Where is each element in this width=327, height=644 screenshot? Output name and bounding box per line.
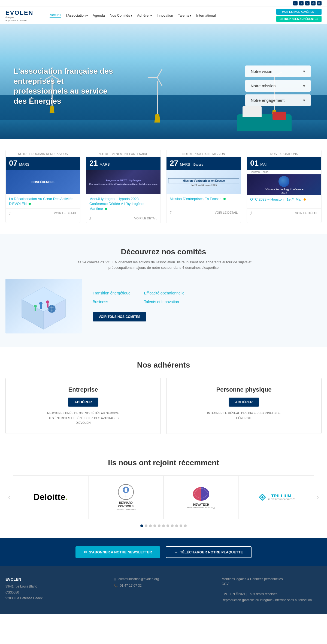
dot-5[interactable] (162, 524, 165, 527)
event-4-image: Offshore Technology Conference 2023 (247, 174, 321, 195)
logo-hevatech: HEVATECH Heat Valorization Technology (164, 475, 239, 519)
twitter-icon[interactable]: 𝕏 (299, 1, 304, 5)
dot-8[interactable] (175, 524, 178, 527)
turbine-base-2 (154, 114, 160, 123)
comites-link-3[interactable]: Talents et Innovation (144, 300, 184, 304)
btn-voir-comites[interactable]: VOIR TOUS NOS COMITÉS (93, 312, 146, 321)
comites-description: Les 24 comités d'EVOLEN orientent les ac… (68, 260, 259, 271)
event-1-date: 07 MARS (6, 157, 80, 170)
offshore-title-text: Offshore Technology Conference 2023 (265, 188, 304, 194)
btn-adherer-entreprise[interactable]: ADHÉRER (68, 398, 98, 407)
nav-innovation[interactable]: Innovation (157, 13, 173, 17)
logo-trillium: TRILLIUM FLOW TECHNOLOGIES™ (239, 475, 314, 519)
btn-newsletter[interactable]: ✉ S'ABONNER A NOTRE NEWSLETTER (75, 546, 160, 558)
event-3-status-dot (223, 198, 226, 200)
bernard-controls-logo: BERNARDCONTROLS Invest In Confidence (116, 484, 136, 511)
chevron-down-icon: ▾ (303, 83, 305, 88)
isometric-svg (5, 279, 82, 333)
carousel-dots (5, 524, 322, 527)
event-4-footer: ⤴ VOIR LE DÉTAIL (247, 208, 321, 217)
comites-link-2[interactable]: Business (93, 300, 133, 304)
instagram-icon[interactable]: ◎ (311, 1, 316, 5)
share-icon-2[interactable]: ⤴ (89, 216, 91, 220)
event-2-footer: ⤴ VOIR LE DÉTAIL (86, 214, 161, 223)
hevatech-svg (192, 486, 211, 502)
rejoint-heading: Ils nous ont rejoint récemment (5, 458, 322, 467)
ship (237, 114, 292, 131)
carousel-next-btn[interactable]: › (314, 494, 322, 501)
event-1-image: CONFÉRENCES (6, 170, 80, 194)
logo[interactable]: EVOLEN Énergies Aujourd'hui & Demain (5, 9, 33, 22)
dot-4[interactable] (158, 524, 161, 527)
comites-heading: Découvrez nos comités (5, 248, 322, 256)
adherents-section: Nos adhérents Entreprise ADHÉRER REJOIGN… (0, 347, 327, 448)
comites-link-0[interactable]: Transition énergétique (93, 291, 133, 295)
footer-link-legal[interactable]: Mentions légales & Données personnelles (222, 577, 322, 581)
nav-adherer[interactable]: Adhérer (137, 13, 152, 17)
comites-link-1[interactable]: Efficacité opérationnelle (144, 291, 184, 295)
logo-text: EVOLEN (5, 9, 33, 16)
chevron-down-icon: ▾ (303, 98, 305, 103)
share-icon-4[interactable]: ⤴ (250, 211, 252, 215)
hero-cards: Notre vision ▾ Notre mission ▾ Notre eng… (245, 65, 311, 106)
nav-comites[interactable]: Nos Comités (110, 13, 132, 17)
email-icon[interactable]: ✉ (317, 1, 322, 5)
footer-phone-row: 📞 01 47 17 67 32 (114, 584, 214, 588)
dot-2[interactable] (149, 524, 152, 527)
comites-content: Transition énergétique Efficacité opérat… (5, 279, 322, 333)
hero-card-mission[interactable]: Notre mission ▾ (245, 80, 311, 92)
svg-point-6 (46, 300, 49, 304)
footer-col-address: EVOLEN 39/41 rue Louis Blanc CS30080 920… (5, 577, 105, 603)
dot-7[interactable] (171, 524, 174, 527)
event-4-title: OTC 2023 – Houston : 1er/4 Mai (247, 195, 321, 208)
nav-association[interactable]: l'Association (66, 13, 88, 17)
adherent-entreprise-desc: REJOIGNEZ PRÈS DE 300 SOCIÉTÉS AU SERVIC… (45, 411, 121, 425)
linkedin-icon[interactable]: in (293, 1, 298, 5)
btn-entreprises-adherentes[interactable]: ENTREPRISES ADHÉRENTES (276, 16, 322, 22)
newsletter-section: ✉ S'ABONNER A NOTRE NEWSLETTER → TÉLÉCHA… (0, 538, 327, 566)
dot-3[interactable] (153, 524, 156, 527)
voir-detail-3[interactable]: VOIR LE DÉTAIL (215, 211, 238, 214)
svg-rect-5 (40, 305, 42, 309)
logo-bernard-controls: BERNARDCONTROLS Invest In Confidence (88, 475, 164, 519)
logos-row: Deloitte. BERNARDCONTROLS Invest In Conf… (13, 475, 314, 519)
footer-address1: 39/41 rue Louis Blanc (5, 584, 105, 590)
footer-link-cgv[interactable]: CGV (222, 582, 322, 586)
btn-adherer-personne[interactable]: ADHÉRER (229, 398, 259, 407)
share-icon-1[interactable]: ⤴ (9, 211, 11, 215)
voir-detail-4[interactable]: VOIR LE DÉTAIL (295, 211, 318, 215)
rejoint-section: Ils nous ont rejoint récemment ‹ Deloitt… (0, 448, 327, 538)
dot-10[interactable] (184, 524, 187, 527)
hero-title: L'association française des entreprises … (14, 66, 117, 106)
nav-talents[interactable]: Talents (178, 13, 191, 17)
hero-card-vision[interactable]: Notre vision ▾ (245, 65, 311, 77)
voir-detail-1[interactable]: VOIR LE DÉTAIL (54, 211, 77, 215)
voir-detail-2[interactable]: VOIR LE DÉTAIL (134, 217, 157, 220)
adherent-card-entreprise: Entreprise ADHÉRER REJOIGNEZ PRÈS DE 300… (5, 378, 161, 434)
ship-body (237, 114, 292, 131)
adherents-heading: Nos adhérents (5, 361, 322, 369)
event-2-status-dot (105, 208, 107, 210)
nav-accueil[interactable]: Accueil (50, 13, 61, 18)
event-1-status-dot (29, 203, 31, 205)
dot-0[interactable] (140, 524, 143, 527)
events-grid: Notre prochain rendez-vous 07 MARS CONFÉ… (5, 150, 322, 223)
hero-card-engagement[interactable]: Notre engagement ▾ (245, 94, 311, 106)
vimeo-icon[interactable]: V (305, 1, 310, 5)
dot-6[interactable] (166, 524, 169, 527)
carousel-prev-btn[interactable]: ‹ (5, 494, 13, 501)
dot-9[interactable] (180, 524, 182, 527)
nav-international[interactable]: International (196, 13, 216, 17)
dot-1[interactable] (145, 524, 147, 527)
footer-address3: 92038 La Défense Cedex (5, 595, 105, 601)
comites-illustration (5, 279, 82, 333)
ship-crane (272, 112, 286, 120)
adherent-card-personne: Personne physique ADHÉRER INTÉGRER LE RÉ… (166, 378, 322, 434)
event-3-date: 27 MARS Ecosse (166, 157, 241, 170)
adherent-personne-title: Personne physique (172, 386, 316, 393)
btn-plaquette[interactable]: → TÉLÉCHARGER NOTRE PLAQUETTE (166, 546, 252, 558)
share-icon-3[interactable]: ⤴ (170, 210, 172, 215)
btn-espace-adherent[interactable]: MON ESPACE ADHÉRENT (276, 9, 322, 15)
footer-email-link[interactable]: communication@evolen.org (119, 577, 159, 581)
nav-agenda[interactable]: Agenda (93, 13, 105, 17)
